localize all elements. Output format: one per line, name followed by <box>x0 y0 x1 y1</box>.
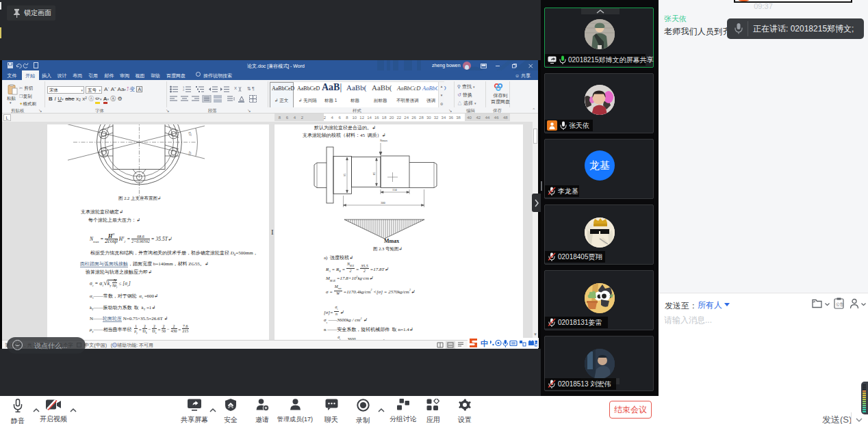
svg-text:公告: 公告 <box>836 302 844 307</box>
svg-text:2: 2 <box>183 88 185 92</box>
svg-text:Nmax: Nmax <box>380 139 388 142</box>
svg-text:85: 85 <box>372 172 376 175</box>
svg-text:150: 150 <box>392 188 398 191</box>
svg-text:15°: 15° <box>188 131 192 137</box>
svg-text:⇅: ⇅ <box>247 86 251 91</box>
svg-text:¶: ¶ <box>252 86 255 91</box>
svg-text:X: X <box>234 86 237 90</box>
svg-text:95: 95 <box>343 173 346 176</box>
svg-text:300: 300 <box>381 201 386 204</box>
